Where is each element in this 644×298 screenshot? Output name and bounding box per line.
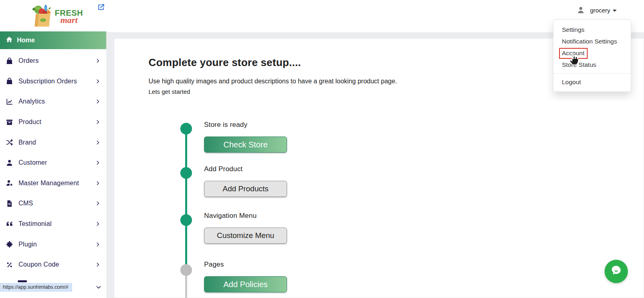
sidebar-item-label: Home <box>17 37 35 44</box>
user-name: grocery <box>590 7 610 14</box>
sidebar-item-label: Subscription Orders <box>19 78 95 85</box>
chat-widget-button[interactable] <box>605 260 628 283</box>
timeline-dot-pages <box>180 264 192 276</box>
chevron-right-icon <box>95 221 101 227</box>
sidebar-nav: Orders Subscription Orders Analytics Pro… <box>0 51 106 275</box>
add-policies-button[interactable]: Add Policies <box>204 276 287 292</box>
step-label: Navigation Menu <box>204 212 287 222</box>
caret-down-icon <box>613 10 617 12</box>
sidebar-item-subscription-orders[interactable]: Subscription Orders <box>0 71 106 92</box>
sidebar: FRESH mart Home Orders <box>0 0 106 298</box>
brand-logo[interactable]: FRESH mart <box>30 3 83 30</box>
bag-icon <box>6 77 13 85</box>
percent-icon <box>6 261 13 269</box>
step-pages: Pages Add Policies <box>204 261 287 292</box>
sidebar-item-label: CMS <box>19 200 95 207</box>
timeline-dot-product <box>180 167 192 179</box>
step-navigation-menu: Navigation Menu Customize Menu <box>204 212 287 244</box>
customize-menu-button[interactable]: Customize Menu <box>204 228 287 244</box>
account-highlight-box[interactable]: Account <box>559 48 588 59</box>
user-avatar-icon <box>576 6 585 14</box>
brand-name: FRESH mart <box>55 9 83 25</box>
sidebar-item-label: Testimonial <box>19 220 95 228</box>
person-icon <box>6 159 13 167</box>
app-window: Complete youre store setup.... Use high … <box>0 0 644 298</box>
check-store-button[interactable]: Check Store <box>204 137 287 153</box>
menu-divider <box>553 73 631 74</box>
sidebar-item-label: Customer <box>19 159 95 166</box>
grocery-bag-logo-icon <box>30 3 53 30</box>
menu-item-notification-settings[interactable]: Notification Settings <box>553 35 631 47</box>
chevron-right-icon <box>95 119 101 125</box>
sidebar-item-label: Orders <box>19 57 95 64</box>
setup-subtitle: Use high quality images and product desc… <box>149 78 397 85</box>
chevron-right-icon <box>95 58 101 64</box>
chevron-right-icon <box>95 140 101 145</box>
sidebar-item-label: Brand <box>19 139 95 146</box>
setup-subtitle-2: Lets get started <box>149 88 397 95</box>
chat-bubble-icon <box>609 263 624 280</box>
user-dropdown-menu: Settings Notification Settings Account S… <box>553 19 631 92</box>
document-icon <box>6 200 13 207</box>
chevron-right-icon <box>95 180 101 186</box>
person-gear-icon <box>6 179 13 187</box>
store-setup-intro: Complete youre store setup.... Use high … <box>149 56 397 95</box>
sidebar-item-home[interactable]: Home <box>0 31 106 49</box>
sidebar-item-label: Plugin <box>19 241 95 248</box>
step-label: Store is ready <box>204 121 287 131</box>
shuffle-icon <box>6 139 13 146</box>
sidebar-item-orders[interactable]: Orders <box>0 51 106 71</box>
sidebar-item-label: Analytics <box>19 98 95 105</box>
menu-item-account[interactable]: Account <box>553 47 631 59</box>
chevron-down-icon[interactable] <box>95 284 102 290</box>
sidebar-item-product[interactable]: Product <box>0 112 106 132</box>
chevron-right-icon <box>95 79 101 84</box>
step-label: Pages <box>204 261 287 271</box>
sidebar-item-label: Product <box>19 118 95 126</box>
timeline-dot-navigation <box>180 214 192 226</box>
chevron-right-icon <box>95 262 101 267</box>
sidebar-item-coupon-code[interactable]: Coupon Code <box>0 255 106 275</box>
puzzle-icon <box>6 240 13 248</box>
chevron-right-icon <box>95 160 101 166</box>
step-add-product: Add Product Add Products <box>204 165 287 197</box>
bag-icon <box>6 57 13 65</box>
chevron-right-icon <box>95 201 101 206</box>
sidebar-item-master-management[interactable]: Master Management <box>0 173 106 194</box>
sidebar-item-plugin[interactable]: Plugin <box>0 234 106 255</box>
user-menu-trigger[interactable]: grocery <box>576 6 617 14</box>
box-icon <box>6 118 13 126</box>
timeline-dot-store <box>180 123 192 135</box>
partial-item-icon <box>18 280 27 282</box>
sidebar-item-label: Master Management <box>19 180 95 187</box>
chevron-right-icon <box>95 242 101 247</box>
add-products-button[interactable]: Add Products <box>204 181 287 197</box>
sidebar-item-testimonial[interactable]: Testimonial <box>0 214 106 234</box>
menu-item-settings[interactable]: Settings <box>553 24 631 35</box>
menu-item-logout[interactable]: Logout <box>553 76 631 88</box>
sidebar-item-brand[interactable]: Brand <box>0 132 106 153</box>
sidebar-item-label: Coupon Code <box>19 261 95 268</box>
timeline-line-complete <box>185 128 187 270</box>
external-link-icon[interactable] <box>97 3 105 11</box>
sidebar-item-customer[interactable]: Customer <box>0 153 106 173</box>
step-label: Add Product <box>204 165 287 176</box>
step-store-ready: Store is ready Check Store <box>204 121 287 153</box>
page-title: Complete youre store setup.... <box>149 56 397 69</box>
quote-icon <box>6 220 13 228</box>
chart-line-icon <box>6 98 13 106</box>
status-bar-url: https://app.sunhimlabs.com/# <box>0 283 72 292</box>
chevron-right-icon <box>95 99 101 104</box>
home-icon <box>6 36 13 45</box>
sidebar-item-analytics[interactable]: Analytics <box>0 91 106 112</box>
sidebar-item-cms[interactable]: CMS <box>0 193 106 214</box>
menu-item-store-status[interactable]: Store Status <box>553 59 631 70</box>
